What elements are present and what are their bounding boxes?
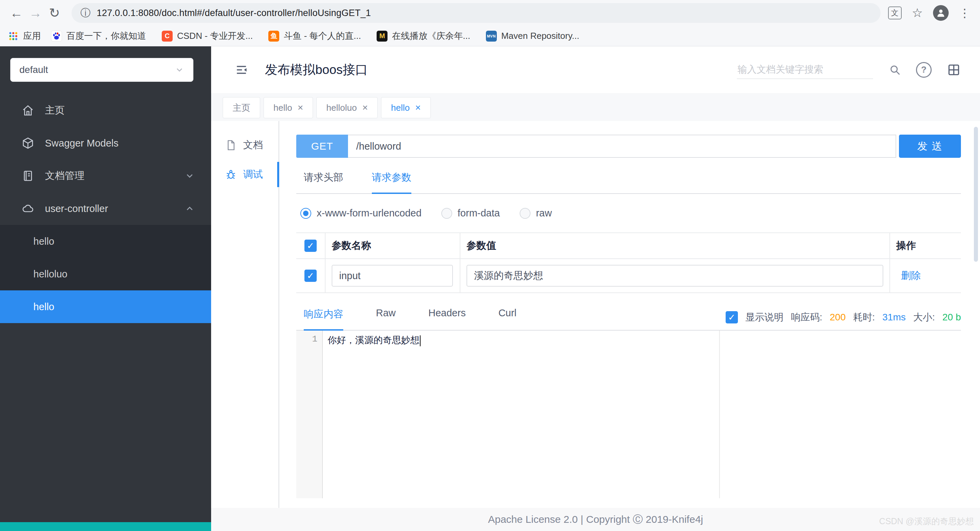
tab-home[interactable]: 主页 xyxy=(223,97,260,118)
method-button[interactable]: GET xyxy=(296,135,348,158)
bookmark-star-icon[interactable]: ☆ xyxy=(912,6,923,20)
radio-label: x-www-form-urlencoded xyxy=(317,207,422,219)
editor-code-area[interactable]: 你好，溪源的奇思妙想 xyxy=(323,331,719,498)
main-header: 发布模拟boos接口 ? xyxy=(211,46,980,93)
delete-row-link[interactable]: 删除 xyxy=(896,269,921,282)
tab-response-content[interactable]: 响应内容 xyxy=(304,308,343,331)
chevron-down-icon xyxy=(175,65,184,75)
tab-response-curl[interactable]: Curl xyxy=(498,308,517,330)
param-value-input[interactable] xyxy=(466,265,883,287)
help-icon[interactable]: ? xyxy=(916,62,932,78)
nav-item-debug[interactable]: 调试 xyxy=(211,160,278,189)
bookmark-douyu[interactable]: 鱼 斗鱼 - 每个人的直... xyxy=(268,30,361,42)
tab-response-headers[interactable]: Headers xyxy=(428,308,466,330)
chevron-up-icon xyxy=(185,204,195,214)
watermark: CSDN @溪源的奇思妙想 xyxy=(879,516,974,527)
radio-icon xyxy=(441,208,452,219)
tab-label: hello xyxy=(391,103,410,113)
tab-label: 主页 xyxy=(232,102,250,114)
param-name-input[interactable] xyxy=(332,265,453,287)
menu-fold-icon[interactable] xyxy=(234,63,249,77)
request-line: GET 发 送 xyxy=(296,135,961,158)
browser-toolbar: ← → ↻ ⓘ 127.0.0.1:8080/doc.html#/default… xyxy=(0,0,980,26)
tab-response-raw[interactable]: Raw xyxy=(376,308,396,330)
search-icon[interactable] xyxy=(889,64,901,76)
request-url-input[interactable] xyxy=(348,135,896,158)
bookmark-label: Maven Repository... xyxy=(501,31,579,41)
group-select[interactable]: default xyxy=(10,58,193,82)
csdn-favicon: C xyxy=(162,31,173,41)
sidebar-item-home[interactable]: 主页 xyxy=(0,94,211,127)
address-bar[interactable]: ⓘ 127.0.0.1:8080/doc.html#/default/user-… xyxy=(72,3,881,23)
size-label: 大小: xyxy=(913,311,935,324)
douyu-favicon: 鱼 xyxy=(268,31,279,41)
page-title: 发布模拟boos接口 xyxy=(265,61,368,78)
browser-menu-icon[interactable]: ⋮ xyxy=(959,6,970,20)
tab-hello-1[interactable]: hello × xyxy=(264,97,313,118)
sidebar-item-user-controller[interactable]: user-controller xyxy=(0,192,211,225)
sidebar-subitem-helloluo[interactable]: helloluo xyxy=(0,258,211,290)
radio-raw[interactable]: raw xyxy=(520,207,552,219)
bookmark-csdn[interactable]: C CSDN - 专业开发... xyxy=(162,30,253,42)
bookmark-baidu[interactable]: 百度一下，你就知道 xyxy=(51,30,146,42)
bookmarks-bar: 应用 百度一下，你就知道 C CSDN - 专业开发... 鱼 斗鱼 - 每个人… xyxy=(0,26,980,46)
footer-text: Apache License 2.0 | Copyright Ⓒ 2019-Kn… xyxy=(488,513,703,526)
scrollbar-thumb[interactable] xyxy=(974,127,978,262)
apps-shortcut[interactable]: 应用 xyxy=(8,30,41,42)
docs-icon xyxy=(22,170,34,182)
sidebar-item-doc-manage[interactable]: 文档管理 xyxy=(0,159,211,192)
radio-urlencoded[interactable]: x-www-form-urlencoded xyxy=(300,207,422,219)
translate-icon[interactable]: 文 xyxy=(888,6,902,19)
open-tabs-bar: 主页 hello × helloluo × hello × xyxy=(211,93,980,121)
sidebar-item-label: Swagger Models xyxy=(45,138,195,149)
response-tabs: 响应内容 Raw Headers Curl xyxy=(296,308,517,330)
layout-icon[interactable] xyxy=(947,63,961,77)
radio-label: form-data xyxy=(458,207,500,219)
tab-content: 文档 调试 GET 发 送 xyxy=(211,121,980,508)
size-value: 20 b xyxy=(943,312,961,323)
profile-avatar[interactable] xyxy=(933,5,949,21)
radio-form-data[interactable]: form-data xyxy=(441,207,500,219)
status-code-label: 响应码: xyxy=(791,311,822,324)
models-icon xyxy=(22,137,34,149)
send-button[interactable]: 发 送 xyxy=(899,135,961,158)
home-icon xyxy=(22,104,34,116)
sidebar-item-swagger-models[interactable]: Swagger Models xyxy=(0,127,211,159)
footer: Apache License 2.0 | Copyright Ⓒ 2019-Kn… xyxy=(211,508,980,531)
close-icon[interactable]: × xyxy=(362,103,368,112)
radio-label: raw xyxy=(536,207,552,219)
search-input[interactable] xyxy=(737,61,873,79)
show-desc-label: 显示说明 xyxy=(745,311,784,324)
close-icon[interactable]: × xyxy=(298,103,303,112)
refresh-icon[interactable]: ↻ xyxy=(45,3,64,22)
sidebar-subitem-hello-2[interactable]: hello xyxy=(0,290,211,323)
tab-request-headers[interactable]: 请求头部 xyxy=(304,171,343,193)
show-desc-checkbox[interactable]: ✓ xyxy=(725,311,738,324)
main-area: 发布模拟boos接口 ? xyxy=(211,46,980,531)
forward-icon[interactable]: → xyxy=(26,3,45,22)
sidebar-subnav: hello helloluo hello xyxy=(0,225,211,323)
bookmark-label: 百度一下，你就知道 xyxy=(67,30,146,42)
sidebar-subitem-label: hello xyxy=(33,301,54,313)
apps-grid-icon xyxy=(8,31,18,41)
close-icon[interactable]: × xyxy=(415,103,420,112)
bookmark-label: 斗鱼 - 每个人的直... xyxy=(284,30,361,42)
tab-label: helloluo xyxy=(326,103,357,113)
row-checkbox[interactable]: ✓ xyxy=(304,269,317,282)
sidebar: default 主页 Swagger Models xyxy=(0,46,211,531)
site-info-icon[interactable]: ⓘ xyxy=(80,6,91,20)
bookmark-video[interactable]: M 在线播放《庆余年... xyxy=(377,30,470,42)
select-all-checkbox[interactable]: ✓ xyxy=(304,239,317,252)
response-meta: ✓ 显示说明 响应码: 200 耗时: 31ms 大小: 20 b xyxy=(725,311,961,330)
tab-request-params[interactable]: 请求参数 xyxy=(372,171,411,194)
controller-icon xyxy=(22,203,34,215)
tab-helloluo[interactable]: helloluo × xyxy=(317,97,378,118)
line-number: 1 xyxy=(312,334,317,344)
apps-label: 应用 xyxy=(23,30,41,42)
bookmark-maven[interactable]: MVN Maven Repository... xyxy=(486,31,579,41)
back-icon[interactable]: ← xyxy=(7,3,26,22)
sidebar-subitem-hello-1[interactable]: hello xyxy=(0,225,211,258)
nav-item-doc[interactable]: 文档 xyxy=(211,131,278,160)
video-favicon: M xyxy=(377,31,388,41)
tab-hello-2[interactable]: hello × xyxy=(381,97,430,118)
